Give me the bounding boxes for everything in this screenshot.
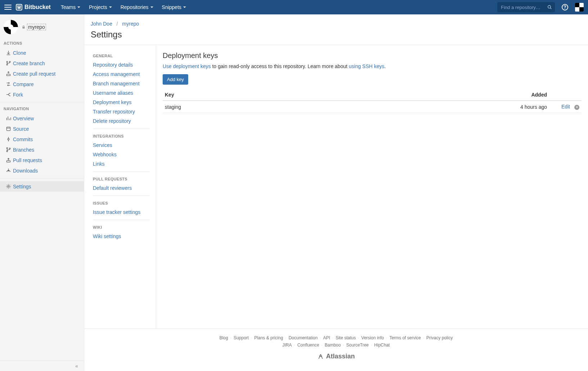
search-icon[interactable] [547,5,552,10]
settings-nav-heading: INTEGRATIONS [93,132,150,140]
user-avatar[interactable] [575,3,584,12]
settings-nav-item[interactable]: Deployment keys [93,98,150,107]
breadcrumb: John Doe / myrepo [91,21,582,27]
help-icon[interactable]: ? [560,2,570,12]
commits-icon [4,137,13,142]
delete-key-icon[interactable]: ✕ [574,105,579,110]
search-input[interactable] [497,2,555,12]
settings-nav-item[interactable]: Issue tracker settings [93,207,150,217]
svg-point-15 [6,151,8,152]
using-ssh-keys-link[interactable]: using SSH keys [349,63,384,69]
breadcrumb-owner[interactable]: John Doe [91,21,112,27]
settings-nav-item[interactable]: Delete repository [93,116,150,126]
deployment-keys-panel: Deployment keys Use deployment keys to g… [156,45,588,328]
menu-icon[interactable] [4,4,12,11]
compare-icon [4,81,13,87]
sidebar-action-create-pr[interactable]: Create pull request [4,68,80,79]
sidebar-action-clone[interactable]: Clone [4,48,80,58]
sidebar-nav-settings[interactable]: Settings [0,181,84,192]
footer-link[interactable]: Confluence [297,343,319,348]
footer-link[interactable]: Privacy policy [426,335,453,340]
chevron-down-icon [150,6,153,8]
footer-link[interactable]: Documentation [289,335,318,340]
sidebar-nav-pull-requests[interactable]: Pull requests [4,155,80,165]
sidebar-nav-source[interactable]: Source [4,124,80,134]
col-key: Key [163,89,317,101]
settings-nav-item[interactable]: Services [93,140,150,150]
key-name: staging [163,101,317,113]
settings-nav-item[interactable]: Default reviewers [93,183,150,193]
settings-nav-item[interactable]: Webhooks [93,150,150,159]
collapse-sidebar-button[interactable]: « [0,360,84,371]
use-deployment-keys-link[interactable]: Use deployment keys [163,63,211,69]
footer-link[interactable]: SourceTree [346,343,368,348]
topnav-repositories[interactable]: Repositories [117,0,157,14]
footer-link[interactable]: Blog [220,335,228,340]
left-sidebar: myrepo ACTIONS Clone Create branch Creat… [0,14,84,371]
panel-description: Use deployment keys to gain read-only ac… [163,63,582,69]
svg-point-16 [9,148,10,149]
topnav: Teams Projects Repositories Snippets [57,0,190,14]
topbar: Bitbucket Teams Projects Repositories Sn… [0,0,588,14]
pull-request-create-icon [4,71,13,76]
footer-link[interactable]: API [323,335,330,340]
repo-avatar[interactable] [4,20,18,34]
settings-nav-heading: WIKI [93,223,150,232]
svg-point-13 [8,138,9,140]
svg-point-18 [8,186,9,187]
settings-nav-item[interactable]: Username aliases [93,88,150,98]
search-wrap [497,2,555,12]
sidebar-nav-commits[interactable]: Commits [4,134,80,144]
svg-point-9 [6,64,8,65]
topnav-teams[interactable]: Teams [57,0,84,14]
footer-link[interactable]: JIRA [282,343,292,348]
svg-point-8 [6,61,8,62]
gear-icon [4,184,13,189]
table-row: staging4 hours agoEdit✕ [163,101,582,113]
sidebar-nav-overview[interactable]: Overview [4,113,80,124]
footer-link[interactable]: Version info [361,335,384,340]
add-key-button[interactable]: Add key [163,74,188,85]
branches-icon [4,147,13,152]
svg-point-14 [6,148,8,149]
footer-link[interactable]: Site status [336,335,356,340]
settings-nav-item[interactable]: Links [93,159,150,169]
footer-link[interactable]: Plans & pricing [254,335,283,340]
footer-link[interactable]: Support [234,335,249,340]
breadcrumb-repo[interactable]: myrepo [122,21,139,27]
settings-nav-item[interactable]: Access management [93,70,150,79]
settings-nav-item[interactable]: Transfer repository [93,107,150,116]
edit-key-link[interactable]: Edit [561,104,570,109]
sidebar-nav-downloads[interactable]: Downloads [4,165,80,176]
footer-link[interactable]: Bamboo [325,343,341,348]
key-added: 4 hours ago [317,101,549,113]
page-title: Settings [91,30,582,40]
page-header: John Doe / myrepo Settings [84,14,588,45]
download-icon [4,50,13,55]
settings-nav-item[interactable]: Repository details [93,60,150,70]
sidebar-action-create-branch[interactable]: Create branch [4,58,80,68]
svg-point-10 [9,61,10,62]
settings-nav-heading: GENERAL [93,52,150,60]
footer-link[interactable]: HipChat [374,343,390,348]
svg-line-1 [550,8,551,9]
repo-name-link[interactable]: myrepo [27,24,46,30]
panel-title: Deployment keys [163,52,582,60]
settings-nav-heading: ISSUES [93,199,150,207]
sidebar-nav-branches[interactable]: Branches [4,144,80,155]
settings-nav-item[interactable]: Branch management [93,79,150,88]
settings-nav-item[interactable]: Wiki settings [93,232,150,241]
topnav-snippets[interactable]: Snippets [158,0,190,14]
sidebar-action-fork[interactable]: Fork [4,89,80,100]
svg-rect-4 [579,7,584,12]
settings-nav-heading: PULL REQUESTS [93,175,150,183]
settings-nav: GENERALRepository detailsAccess manageme… [84,45,156,328]
chevron-left-double-icon: « [75,363,78,369]
topnav-projects[interactable]: Projects [85,0,116,14]
svg-rect-12 [6,127,10,131]
atlassian-brand[interactable]: Atlassian [88,353,584,360]
sidebar-action-compare[interactable]: Compare [4,79,80,89]
footer-link[interactable]: Terms of service [389,335,421,340]
svg-rect-17 [6,161,10,162]
brand-logo[interactable]: Bitbucket [16,4,51,10]
